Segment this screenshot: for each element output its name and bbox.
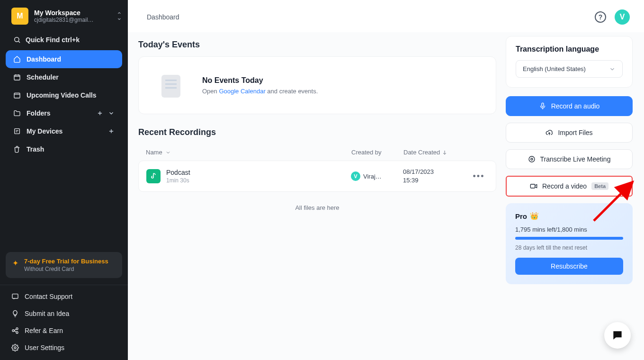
events-heading: Today's Events [138,40,496,50]
recordings-table-header: Name Created by Date Created [138,144,496,161]
home-icon [13,55,21,63]
trial-title: 7-day Free Trial for Business [24,258,108,265]
video-calendar-icon [13,91,21,99]
user-avatar[interactable]: V [615,9,630,25]
contact-support[interactable]: Contact Support [0,288,128,305]
language-select[interactable]: English (United States) [516,60,623,78]
no-events-title: No Events Today [202,76,318,85]
transcribe-live-button[interactable]: Transcribe Live Meeting [506,149,633,169]
search-icon [13,36,21,44]
quick-find-label: Quick Find ctrl+k [26,36,80,44]
language-title: Transcription language [516,45,623,54]
sidebar-item-label: Scheduler [27,73,59,81]
record-audio-button[interactable]: Record an audio [506,96,633,116]
main: Dashboard ? V Today's Events No Events T… [128,0,644,360]
svg-rect-4 [12,294,18,298]
sidebar-item-label: My Devices [27,127,63,135]
import-files-button[interactable]: Import Files [506,123,633,143]
pro-title: Pro👑 [515,212,623,220]
svg-point-5 [12,330,14,332]
sparkle-icon: ✦ [12,259,18,268]
col-name[interactable]: Name [146,149,351,156]
bulb-icon [11,310,19,317]
updown-icon: ⌃⌄ [116,13,122,19]
svg-rect-9 [542,103,544,107]
add-folder-button[interactable] [97,110,103,117]
col-date[interactable]: Date Created [403,149,470,156]
recording-row[interactable]: Podcast 1min 30s V Viraj… 08/17/2023 15:… [138,161,496,192]
svg-point-6 [16,328,18,330]
sidebar-item-devices[interactable]: My Devices [6,122,122,140]
pro-card: Pro👑 1,795 mins left/1,800 mins 28 days … [506,203,633,284]
workspace-switcher[interactable]: M My Workspace cjdigitals2831@gmail… ⌃⌄ [0,0,128,30]
chevron-down-icon [165,150,171,155]
calendar-icon [13,73,21,81]
sidebar-item-dashboard[interactable]: Dashboard [6,50,122,68]
calendar-illustration [152,68,189,102]
sidebar-item-trash[interactable]: Trash [6,140,122,158]
workspace-title: My Workspace [34,9,111,17]
no-events-subtitle: Open Google Calendar and create events. [202,88,318,95]
gear-icon [11,344,19,351]
sidebar: M My Workspace cjdigitals2831@gmail… ⌃⌄ … [0,0,128,360]
sidebar-item-label: Trash [27,145,44,153]
upload-cloud-icon [546,129,553,136]
sidebar-item-folders[interactable]: Folders [6,104,122,122]
sidebar-item-label: Folders [27,109,51,117]
chevron-down-icon[interactable] [108,110,115,117]
topbar: Dashboard ? V [128,0,644,32]
resubscribe-button[interactable]: Resubscribe [515,258,623,275]
chevron-down-icon [609,66,616,72]
help-button[interactable]: ? [595,11,606,23]
submit-idea[interactable]: Submit an Idea [0,305,128,322]
folder-icon [13,109,21,117]
svg-rect-1 [14,75,20,80]
workspace-email: cjdigitals2831@gmail… [34,17,111,23]
sidebar-item-upcoming[interactable]: Upcoming Video Calls [6,86,122,104]
google-calendar-link[interactable]: Google Calendar [219,88,265,95]
svg-point-10 [529,156,535,162]
recording-title: Podcast [166,169,351,176]
page-title: Dashboard [147,13,179,21]
recording-date: 08/17/2023 15:39 [403,168,469,185]
crown-icon: 👑 [530,212,539,220]
svg-point-11 [531,158,533,160]
beta-badge: Beta [591,182,608,190]
all-files-label: All files are here [138,204,496,211]
pro-reset: 28 days left till the next reset [515,244,623,251]
recording-duration: 1min 30s [166,177,351,184]
trial-subtitle: Without Credit Card [24,266,108,272]
user-settings[interactable]: User Settings [0,339,128,356]
svg-rect-12 [530,184,535,188]
col-created-by[interactable]: Created by [351,149,403,156]
svg-rect-3 [15,129,20,134]
target-icon [528,155,536,163]
pro-progress-bar [515,237,623,240]
devices-icon [13,127,21,135]
share-icon [11,327,19,334]
refer-earn[interactable]: Refer & Earn [0,322,128,339]
microphone-icon [539,102,546,110]
sidebar-item-scheduler[interactable]: Scheduler [6,68,122,86]
creator-avatar: V [351,171,360,181]
svg-point-0 [15,37,19,42]
events-card: No Events Today Open Google Calendar and… [138,56,496,114]
sidebar-item-label: Upcoming Video Calls [27,91,97,99]
language-panel: Transcription language English (United S… [506,36,633,88]
trial-card[interactable]: ✦ 7-day Free Trial for Business Without … [6,252,122,278]
chat-widget-button[interactable] [604,322,631,349]
svg-rect-2 [14,93,20,98]
arrow-down-icon [442,150,447,155]
sidebar-item-label: Dashboard [27,55,61,63]
svg-point-8 [14,347,16,349]
recording-creator: V Viraj… [351,171,403,181]
trash-icon [13,145,21,153]
video-icon [530,182,537,190]
row-actions-button[interactable]: ••• [469,171,488,181]
recordings-heading: Recent Recordings [138,127,496,137]
quick-find[interactable]: Quick Find ctrl+k [0,30,128,50]
record-video-button[interactable]: Record a video Beta [506,176,633,197]
add-device-button[interactable] [108,128,115,135]
file-audio-icon [146,169,161,183]
svg-point-7 [16,332,18,333]
